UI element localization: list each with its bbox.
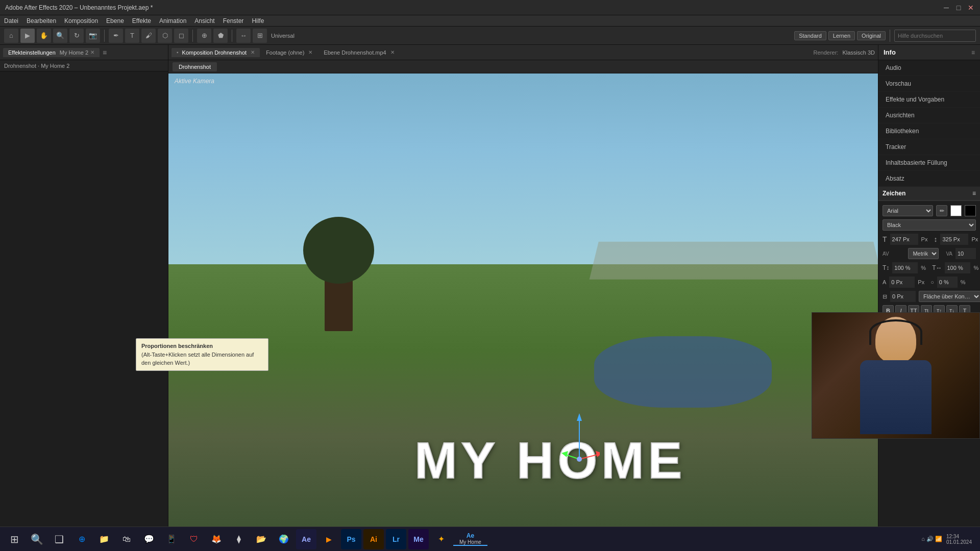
fill-color-swatch[interactable] [965,205,976,216]
layer-tab-close[interactable]: ✕ [390,49,395,55]
right-paragraph-item[interactable]: Absatz [878,171,980,187]
menu-effekte[interactable]: Effekte [132,17,151,24]
app4-btn[interactable]: ✦ [431,529,451,549]
whatsapp-btn[interactable]: 📱 [161,529,182,549]
workspace-lernen[interactable]: Lernen [828,31,855,40]
indent-field[interactable] [890,291,916,302]
right-audio-item[interactable]: Audio [878,60,980,76]
puppet-tool[interactable]: ⊕ [197,29,211,43]
effects-tab-close[interactable]: ✕ [90,49,94,55]
leading-field[interactable] [940,234,968,245]
menu-bearbeiten[interactable]: Bearbeiten [27,17,56,24]
taskbar-search-btn[interactable]: 🔍 [27,529,47,549]
workspace-standard[interactable]: Standard [794,31,826,40]
comp-tab-drohnenshot[interactable]: ▪ Komposition Drohnenshot ✕ [172,48,260,57]
maximize-button[interactable]: □ [954,4,963,12]
menu-ansicht[interactable]: Ansicht [194,17,214,24]
tsume-field[interactable] [937,277,958,288]
menu-fenster[interactable]: Fenster [223,17,244,24]
font-row: Arial ✏ [883,205,976,216]
kerning-select[interactable]: Metrik [908,248,939,259]
clock[interactable]: 12:3401.01.2024 [946,534,972,545]
zoom-tool[interactable]: 🔍 [53,29,67,43]
content-fill-label: Inhaltsbasierte Füllung [886,159,947,166]
workspace-original[interactable]: Original [857,31,886,40]
ps-btn[interactable]: Ps [341,529,361,549]
text-tool[interactable]: T [125,29,139,43]
horiz-scale-field[interactable] [945,262,970,273]
window-controls[interactable]: ─ □ ✕ [942,4,975,12]
store-btn[interactable]: 🛍 [116,529,137,549]
stamp-tool[interactable]: ⬡ [158,29,172,43]
drohnenshot-subtab[interactable]: Drohnenshot [173,62,217,71]
hand-tool[interactable]: ✋ [37,29,51,43]
effects-settings-tab[interactable]: Effekteinstellungen My Home 2 ✕ [3,48,100,57]
right-panel-options[interactable]: ≡ [971,49,975,56]
minimize-button[interactable]: ─ [942,4,950,12]
right-libraries-item[interactable]: Bibliotheken [878,123,980,139]
menu-ebene[interactable]: Ebene [106,17,124,24]
messaging-btn[interactable]: 💬 [139,529,159,549]
right-preview-item[interactable]: Vorschau [878,76,980,92]
globe-btn[interactable]: 🌍 [274,529,294,549]
app3-btn[interactable]: ▶ [318,529,339,549]
eraser-tool[interactable]: ◻ [174,29,188,43]
shield-btn[interactable]: 🛡 [184,529,204,549]
footage-tab-close[interactable]: ✕ [308,49,312,55]
shape-tool[interactable]: ⬟ [213,29,228,43]
vert-scale-field[interactable] [892,262,918,273]
app2-btn[interactable]: 📂 [251,529,272,549]
font-style-icon[interactable]: ✏ [936,205,947,216]
me-btn[interactable]: Me [408,529,429,549]
tray-icons[interactable]: ⌂ 🔊 📶 [921,536,942,542]
home-tool[interactable]: ⌂ [4,29,18,43]
rotate-tool[interactable]: ↻ [69,29,84,43]
stroke-select[interactable]: Fläche über Kon… [919,291,980,302]
help-search-input[interactable] [894,30,976,42]
toolbar: ⌂ ▶ ✋ 🔍 ↻ 📷 ✒ T 🖌 ⬡ ◻ ⊕ ⬟ ↔ ⊞ Universal … [0,27,980,45]
stroke-color-swatch[interactable] [950,205,962,216]
panel-options[interactable]: ≡ [103,48,107,57]
snapping-btn[interactable]: ⊞ [253,29,267,43]
right-content-fill-item[interactable]: Inhaltsbasierte Füllung [878,155,980,171]
lr-btn[interactable]: Lr [386,529,406,549]
camera-tool[interactable]: 📷 [86,29,100,43]
ae-btn[interactable]: Ae [296,529,316,549]
footage-tab[interactable]: Footage (ohne) ✕ [261,48,317,57]
files-btn[interactable]: 📁 [94,529,114,549]
select-tool[interactable]: ▶ [20,29,35,43]
firefox-btn[interactable]: 🦊 [206,529,227,549]
horiz-scale-icon: T↔ [932,264,942,271]
right-tracker-item[interactable]: Tracker [878,139,980,155]
effects-tab-file: My Home 2 [60,49,88,56]
comp-tab-close[interactable]: ✕ [251,49,255,55]
font-family-select[interactable]: Arial [883,205,933,216]
menu-komposition[interactable]: Komposition [64,17,98,24]
windows-start-btn[interactable]: ⊞ [4,529,24,549]
baseline-field[interactable] [889,277,915,288]
font-size-field[interactable] [890,234,918,245]
menu-datei[interactable]: Datei [4,17,18,24]
right-panel-header: Info ≡ [878,45,980,60]
color-row: Black [883,219,976,231]
color-select[interactable]: Black [883,219,976,231]
menu-animation[interactable]: Animation [159,17,186,24]
align-label: Ausrichten [886,112,915,119]
align-tool[interactable]: ↔ [236,29,251,43]
task-view-btn[interactable]: ❑ [49,529,69,549]
my-home-task[interactable]: Ae My Home [453,532,487,546]
app1-btn[interactable]: ⧫ [229,529,249,549]
tracking-field[interactable] [955,248,976,259]
close-button[interactable]: ✕ [967,4,975,12]
layer-tab[interactable]: Ebene Drohnenshot.mp4 ✕ [318,48,399,57]
brush-tool[interactable]: 🖌 [141,29,156,43]
ai-btn[interactable]: Ai [363,529,384,549]
character-menu-icon[interactable]: ≡ [972,190,976,197]
right-effects-item[interactable]: Effekte und Vorgaben [878,92,980,108]
ground-bg [168,264,878,551]
edge-btn[interactable]: ⊕ [71,529,92,549]
right-align-item[interactable]: Ausrichten [878,108,980,123]
menu-hilfe[interactable]: Hilfe [252,17,264,24]
pen-tool[interactable]: ✒ [109,29,123,43]
comp-viewer: MY HOME Aktive Kamera [168,73,878,551]
